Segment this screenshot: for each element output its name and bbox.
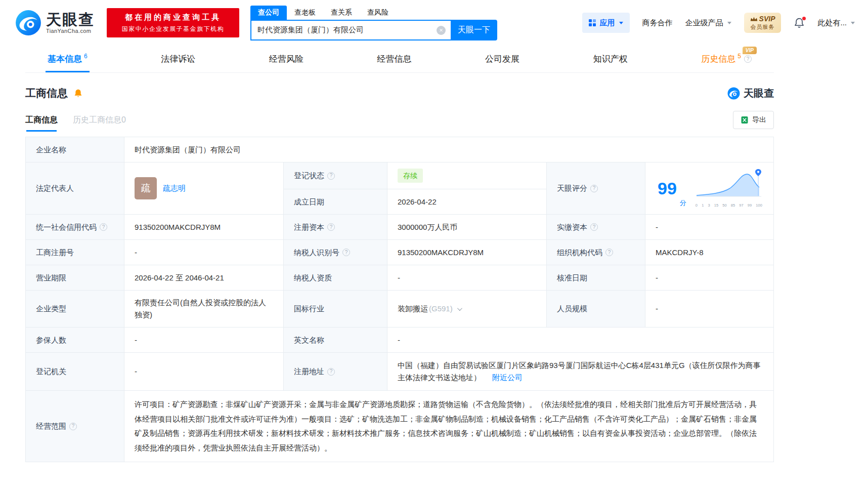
taxpayer-quality-value: - xyxy=(387,265,547,290)
legal-rep-link[interactable]: 疏志明 xyxy=(163,182,186,194)
business-scope-label: 经营范围 xyxy=(26,391,124,462)
watermark-label: 天眼查 xyxy=(744,87,774,100)
help-icon[interactable] xyxy=(342,249,350,256)
reg-authority-value: - xyxy=(124,353,284,390)
approval-date-label: 核准日期 xyxy=(547,265,645,290)
enterprise-products-label: 企业级产品 xyxy=(685,18,723,28)
score-number: 99 xyxy=(658,180,677,197)
crown-icon xyxy=(750,16,758,22)
chevron-down-icon[interactable] xyxy=(457,306,462,311)
help-icon[interactable] xyxy=(327,172,335,180)
score-value[interactable]: 99 分 01 315 xyxy=(645,162,773,214)
user-label: 此处有... xyxy=(817,18,847,28)
help-icon[interactable] xyxy=(744,55,752,63)
help-icon[interactable] xyxy=(69,423,77,430)
table-row: 登记机关 - 注册地址 中国（福建）自由贸易试验区厦门片区象屿路93号厦门国际航… xyxy=(26,353,773,391)
top-header: 天眼查 TianYanCha.com 都在用的商业查询工具 国家中小企业发展子基… xyxy=(0,0,868,46)
score-axis: 01 315 5085 9799 100 xyxy=(696,202,762,209)
company-type-label: 企业类型 xyxy=(26,291,124,327)
credit-code-value: 91350200MAKCDRJY8M xyxy=(124,215,284,239)
org-code-label: 组织机构代码 xyxy=(547,240,645,265)
search-tab-relation[interactable]: 查关系 xyxy=(323,6,360,20)
tab-company-development[interactable]: 公司发展 xyxy=(485,46,519,72)
tab-history-info[interactable]: VIP 历史信息 5 xyxy=(701,46,752,72)
tab-basic-info[interactable]: 基本信息 6 xyxy=(48,46,88,72)
promo-banner: 都在用的商业查询工具 国家中小企业发展子基金旗下机构 xyxy=(107,8,239,37)
legal-rep-label: 法定代表人 xyxy=(26,162,124,214)
table-row: 法定代表人 疏 疏志明 登记状态 存续 成立日期 xyxy=(26,162,773,215)
staff-size-value: - xyxy=(645,291,773,327)
search-tab-boss[interactable]: 查老板 xyxy=(287,6,323,20)
tianyancha-logo-icon xyxy=(727,87,740,100)
help-icon[interactable] xyxy=(605,249,613,256)
help-icon[interactable] xyxy=(327,368,335,376)
company-type-value: 有限责任公司(自然人投资或控股的法人独资) xyxy=(124,291,284,327)
reg-no-value: - xyxy=(124,240,284,265)
search-tabs: 查公司 查老板 查关系 查风险 xyxy=(250,5,497,20)
legal-rep-value: 疏 疏志明 xyxy=(124,162,284,214)
search-tab-risk[interactable]: 查风险 xyxy=(360,6,396,20)
grid-icon xyxy=(589,19,596,26)
clear-search-icon[interactable] xyxy=(437,26,446,35)
brand-name: 天眼查 xyxy=(46,12,95,28)
industry-value[interactable]: 装卸搬运 (G591) xyxy=(387,291,547,327)
tab-operation-info[interactable]: 经营信息 xyxy=(377,46,411,72)
table-row: 营业期限 2026-04-22 至 2046-04-21 纳税人资质 - 核准日… xyxy=(26,265,773,291)
apps-button[interactable]: 应用 xyxy=(582,13,630,33)
enterprise-products-link[interactable]: 企业级产品 xyxy=(685,18,731,28)
tab-legal-litigation[interactable]: 法律诉讼 xyxy=(161,46,195,72)
biz-cooperation-link[interactable]: 商务合作 xyxy=(642,18,673,28)
address-value: 中国（福建）自由贸易试验区厦门片区象屿路93号厦门国际航运中心C栋4层431单元… xyxy=(387,353,773,390)
nearby-companies-link[interactable]: 附近公司 xyxy=(492,373,523,382)
biz-cooperation-label: 商务合作 xyxy=(642,18,673,28)
section-title: 工商信息 xyxy=(25,86,68,100)
score-unit: 分 xyxy=(680,198,686,209)
search-input[interactable] xyxy=(251,21,451,39)
subtab-business-info[interactable]: 工商信息 xyxy=(25,108,58,132)
user-menu[interactable]: 此处有... xyxy=(817,18,855,28)
establish-date-label: 成立日期 xyxy=(284,189,387,214)
tab-intellectual-property[interactable]: 知识产权 xyxy=(593,46,628,72)
score-label: 天眼评分 xyxy=(547,162,645,214)
tianyancha-logo[interactable]: 天眼查 TianYanCha.com xyxy=(15,10,95,36)
legal-rep-avatar[interactable]: 疏 xyxy=(135,177,157,199)
section-header: 工商信息 天眼查 xyxy=(25,84,774,102)
tab-operation-risk[interactable]: 经营风险 xyxy=(269,46,303,72)
chevron-down-icon xyxy=(851,22,855,24)
reg-status-label: 登记状态 xyxy=(284,162,387,189)
excel-icon xyxy=(741,116,749,124)
help-icon[interactable] xyxy=(590,185,598,192)
help-icon[interactable] xyxy=(327,223,335,231)
help-icon[interactable] xyxy=(100,223,107,231)
approval-date-value: - xyxy=(645,265,773,290)
chevron-down-icon xyxy=(727,22,731,24)
search-tab-company[interactable]: 查公司 xyxy=(250,6,287,20)
search-input-wrap xyxy=(250,20,451,40)
reg-no-label: 工商注册号 xyxy=(26,240,124,265)
business-info-table: 企业名称 时代资源集团（厦门）有限公司 法定代表人 疏 疏志明 登记状态 存续 xyxy=(25,137,774,462)
table-row: 工商注册号 - 纳税人识别号 91350200MAKCDRJY8M 组织机构代码… xyxy=(26,240,773,265)
taxpayer-id-value: 91350200MAKCDRJY8M xyxy=(387,240,547,265)
subscribe-bell-icon[interactable] xyxy=(73,89,83,98)
svip-label: SVIP xyxy=(759,15,775,23)
tab-count: 5 xyxy=(737,53,741,60)
insured-value: - xyxy=(124,328,284,352)
apps-label: 应用 xyxy=(600,18,615,28)
table-row: 参保人数 - 英文名称 - xyxy=(26,328,773,353)
export-label: 导出 xyxy=(752,115,766,125)
table-row: 企业名称 时代资源集团（厦门）有限公司 xyxy=(26,137,773,162)
score-chart: 01 315 5085 9799 100 xyxy=(696,168,762,209)
search-button[interactable]: 天眼一下 xyxy=(451,20,497,40)
help-icon[interactable] xyxy=(590,223,598,231)
svip-badge[interactable]: SVIP 会员服务 xyxy=(744,13,782,33)
export-button[interactable]: 导出 xyxy=(733,111,774,129)
table-row: 经营范围 许可项目：矿产资源勘查；非煤矿山矿产资源开采；金属与非金属矿产资源地质… xyxy=(26,391,773,462)
table-row: 统一社会信用代码 91350200MAKCDRJY8M 注册资本 3000000… xyxy=(26,215,773,240)
notification-bell-icon[interactable] xyxy=(794,17,805,28)
svip-sublabel: 会员服务 xyxy=(750,23,775,31)
table-row: 企业类型 有限责任公司(自然人投资或控股的法人独资) 国标行业 装卸搬运 (G5… xyxy=(26,291,773,328)
english-name-label: 英文名称 xyxy=(284,328,387,352)
company-name-value: 时代资源集团（厦门）有限公司 xyxy=(124,137,773,162)
subtab-history-business-info[interactable]: 历史工商信息0 xyxy=(73,108,126,132)
org-code-value: MAKCDRJY-8 xyxy=(645,240,773,265)
